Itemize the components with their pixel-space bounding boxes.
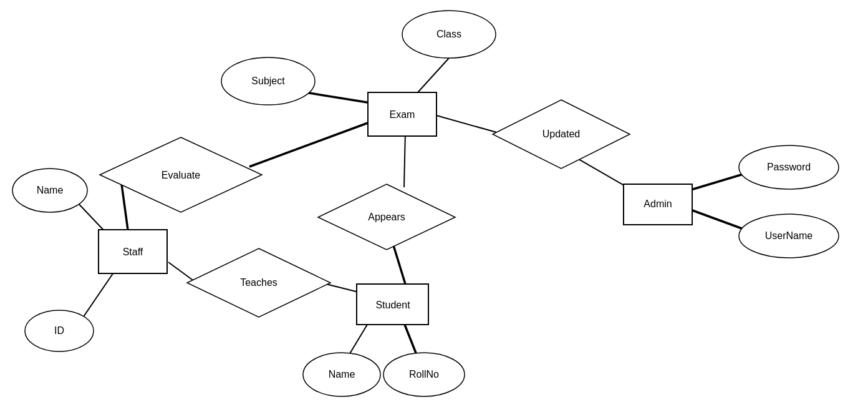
line-id-staff (81, 267, 117, 320)
password-label: Password (767, 162, 811, 172)
line-staff-teaches (168, 262, 196, 283)
updated-label: Updated (542, 129, 581, 139)
line-exam-evaluate (249, 122, 371, 167)
name-student-label: Name (329, 369, 355, 380)
username-label: UserName (765, 230, 813, 241)
staff-label: Staff (123, 247, 143, 257)
line-admin-password (689, 174, 745, 190)
er-diagram: Evaluate Appears Updated Teaches Exam St… (0, 0, 868, 417)
subject-label: Subject (251, 76, 285, 86)
appears-label: Appears (368, 212, 405, 222)
admin-label: Admin (644, 199, 672, 209)
id-staff-label: ID (54, 325, 64, 336)
line-admin-username (689, 209, 745, 230)
name-staff-label: Name (37, 185, 64, 195)
student-label: Student (375, 300, 410, 310)
line-class-exam (418, 58, 449, 92)
line-evaluate-staff (122, 184, 128, 230)
line-subject-exam (306, 92, 371, 103)
teaches-label: Teaches (240, 277, 277, 288)
line-exam-updated (436, 115, 499, 133)
exam-label: Exam (390, 109, 415, 120)
evaluate-label: Evaluate (162, 170, 200, 180)
line-exam-appears (404, 131, 405, 187)
class-label: Class (436, 29, 461, 39)
rollno-label: RollNo (409, 369, 439, 380)
line-appears-student (393, 243, 405, 284)
